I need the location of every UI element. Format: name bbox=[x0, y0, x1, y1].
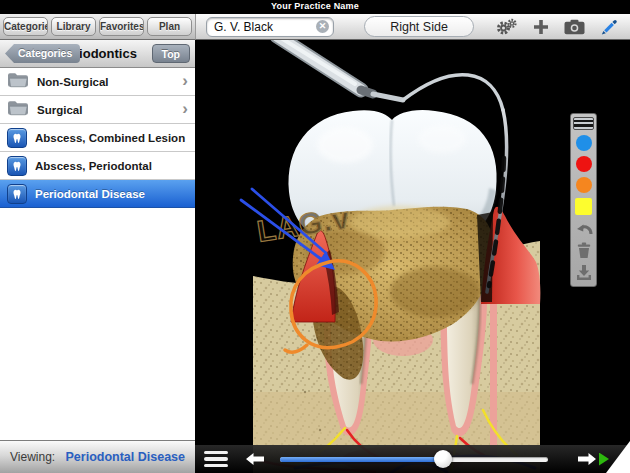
slider-fill bbox=[280, 457, 443, 462]
sidebar-item-label: Surgical bbox=[37, 104, 82, 116]
sidebar-header: Periodontics Categories Top bbox=[0, 40, 195, 68]
sidebar-item-label: Non-Surgical bbox=[37, 76, 109, 88]
sidebar-item-label: Abscess, Combined Lesion bbox=[35, 132, 185, 144]
settings-gears-icon[interactable] bbox=[495, 18, 518, 36]
practice-name-banner: Your Practice Name bbox=[0, 0, 630, 14]
drawing-palette bbox=[570, 113, 597, 287]
tab-categories[interactable]: Categories bbox=[3, 17, 48, 36]
patient-name-value: G. V. Black bbox=[214, 20, 316, 34]
palette-drag-handle-icon[interactable] bbox=[573, 117, 594, 130]
sidebar-item-surgical[interactable]: Surgical › bbox=[0, 96, 195, 124]
save-download-icon[interactable] bbox=[575, 264, 593, 281]
side-selector-button[interactable]: Right Side bbox=[364, 16, 474, 37]
sidebar-item-abscess-periodontal[interactable]: Abscess, Periodontal bbox=[0, 152, 195, 180]
patient-name-input[interactable]: G. V. Black ✕ bbox=[206, 17, 334, 37]
sidebar-item-label: Periodontal Disease bbox=[35, 188, 145, 200]
viewing-status-bar: Viewing: Periodontal Disease bbox=[0, 440, 195, 473]
tooth-illustration: LAG.v bbox=[195, 40, 630, 473]
slider-knob[interactable] bbox=[434, 450, 452, 468]
top-button[interactable]: Top bbox=[152, 44, 190, 63]
camera-icon[interactable] bbox=[564, 19, 585, 35]
sidebar-item-abscess-combined[interactable]: Abscess, Combined Lesion bbox=[0, 124, 195, 152]
undo-icon[interactable] bbox=[574, 220, 594, 237]
add-plus-icon[interactable] bbox=[533, 19, 549, 35]
chevron-right-icon: › bbox=[182, 100, 188, 117]
folder-icon bbox=[7, 72, 29, 92]
tab-library[interactable]: Library bbox=[51, 17, 96, 36]
tooth-icon bbox=[7, 128, 27, 148]
dental-app-window: Your Practice Name Categories Library Fa… bbox=[0, 0, 630, 473]
sidebar-item-non-surgical[interactable]: Non-Surgical › bbox=[0, 68, 195, 96]
sidebar-item-periodontal-disease[interactable]: Periodontal Disease bbox=[0, 180, 195, 208]
main-tab-bar: Categories Library Favorites Plan bbox=[0, 14, 195, 40]
color-swatch-orange[interactable] bbox=[576, 177, 592, 193]
tooth-icon bbox=[7, 184, 27, 204]
tab-favorites[interactable]: Favorites bbox=[99, 17, 144, 36]
trash-icon[interactable] bbox=[575, 242, 593, 259]
tooth-icon bbox=[7, 156, 27, 176]
playback-control-bar bbox=[195, 445, 630, 473]
viewing-label: Viewing: bbox=[10, 450, 55, 464]
color-swatch-blue[interactable] bbox=[576, 135, 592, 151]
viewing-value: Periodontal Disease bbox=[66, 450, 186, 464]
timeline-slider[interactable] bbox=[280, 450, 548, 468]
folder-icon bbox=[7, 100, 29, 120]
chevron-right-icon: › bbox=[182, 72, 188, 89]
draw-pencil-icon[interactable] bbox=[600, 18, 618, 36]
next-step-button[interactable] bbox=[577, 452, 597, 466]
previous-step-button[interactable] bbox=[245, 452, 265, 466]
back-categories-button[interactable]: Categories bbox=[5, 44, 80, 63]
play-icon[interactable] bbox=[599, 453, 609, 466]
menu-hamburger-icon[interactable] bbox=[204, 451, 228, 467]
toolbar: G. V. Black ✕ Right Side bbox=[195, 14, 630, 40]
clear-field-icon[interactable]: ✕ bbox=[316, 20, 329, 33]
toolbar-icon-group bbox=[495, 18, 630, 36]
sidebar-item-label: Abscess, Periodontal bbox=[35, 160, 152, 172]
color-swatch-yellow[interactable] bbox=[575, 198, 592, 215]
color-swatch-red[interactable] bbox=[576, 156, 592, 172]
tab-plan[interactable]: Plan bbox=[147, 17, 192, 36]
category-sidebar: Periodontics Categories Top Non-Surgical… bbox=[0, 40, 195, 473]
illustration-canvas[interactable]: LAG.v bbox=[195, 40, 630, 473]
